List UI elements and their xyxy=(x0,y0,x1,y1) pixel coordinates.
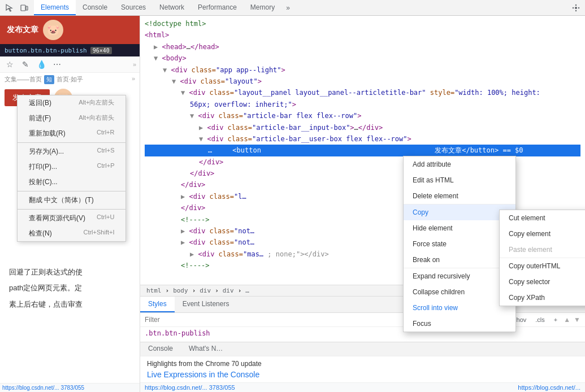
tree-line-div-panel-cont: 56px; overflow: inherit;"> xyxy=(145,99,580,110)
svg-point-6 xyxy=(578,7,579,8)
ctx-cast[interactable]: 投射(C)... xyxy=(18,175,125,190)
console-content: Highlights from the Chrome 70 update Liv… xyxy=(140,356,585,382)
copy-submenu: Cut element Copy element Paste element C… xyxy=(499,210,585,306)
svg-point-3 xyxy=(575,4,577,5)
ctx-saveas[interactable]: 另存为(A)... Ctrl+S xyxy=(18,144,125,159)
ctx-forward[interactable]: 前进(F) Alt+向右箭头 xyxy=(18,111,125,126)
submenu-paste: Paste element xyxy=(500,242,585,258)
element-size-badge: 96×40 xyxy=(90,47,112,54)
submenu-outerhtml[interactable]: Copy outerHTML xyxy=(500,258,585,274)
svg-point-4 xyxy=(575,10,577,11)
element-info-bar: button.btn.btn-publish 96×40 xyxy=(0,44,140,56)
ctx-viewsource[interactable]: 查看网页源代码(V) Ctrl+U xyxy=(18,211,125,226)
breadcrumb-html[interactable]: html xyxy=(145,286,163,295)
svg-point-5 xyxy=(573,7,574,8)
svg-rect-1 xyxy=(26,6,28,10)
submenu-copy-element[interactable]: Copy element xyxy=(500,226,585,242)
breadcrumb-div1[interactable]: div xyxy=(198,286,213,295)
more-arrow[interactable]: » xyxy=(132,75,135,84)
tab-event-listeners[interactable]: Event Listeners xyxy=(175,297,237,312)
tree-line-body[interactable]: ▼ <body> xyxy=(145,53,580,64)
tree-line-div-layout[interactable]: ▼ <div class="layout"> xyxy=(145,76,580,87)
console-tab-whatsnew[interactable]: What's N… xyxy=(181,342,231,356)
status-bar: https://blog.csdn.net/... 3783/055 https… xyxy=(140,382,585,392)
tree-line-button-selected[interactable]: … <button 发布文章</button> == $0 xyxy=(145,145,580,156)
console-tab-console[interactable]: Console xyxy=(140,342,181,356)
tab-styles[interactable]: Styles xyxy=(140,297,175,312)
more-icon[interactable]: ⋯ xyxy=(51,58,63,71)
settings-icon[interactable] xyxy=(567,3,585,12)
breadcrumb-more[interactable]: … xyxy=(244,286,251,295)
tab-performance[interactable]: Performance xyxy=(191,0,244,15)
highlights-text: Highlights from the Chrome 70 update xyxy=(147,360,578,368)
ctx-focus[interactable]: Focus xyxy=(404,316,515,332)
toolbar-more[interactable]: » xyxy=(133,61,136,68)
tab-memory[interactable]: Memory xyxy=(244,0,281,15)
tree-line-div-input-box[interactable]: ▶ <div class="article-bar__input-box">…<… xyxy=(145,122,580,133)
tab-more[interactable]: » xyxy=(281,0,294,15)
ctx-translate[interactable]: 翻成 中文（简体）(T) xyxy=(18,193,125,208)
cls-button[interactable]: .cls xyxy=(532,315,548,324)
tab-console[interactable]: Console xyxy=(76,0,114,15)
tree-line-div-panel[interactable]: ▼ <div class="layout__panel layout__pane… xyxy=(145,87,580,98)
bookmark-icon[interactable]: ☆ xyxy=(3,58,16,71)
live-expressions-text: Live Expressions in the Console xyxy=(147,370,578,379)
submenu-selector[interactable]: Copy selector xyxy=(500,274,585,290)
svg-point-2 xyxy=(575,7,577,9)
ctx-print[interactable]: 打印(P)... Ctrl+P xyxy=(18,159,125,175)
publish-area: 发布文章 🐷 xyxy=(0,16,140,44)
ctx-back[interactable]: 返回(B) Alt+向左箭头 xyxy=(18,95,125,111)
status-bar-left: https://blog.csdn.net/... 3783/055 xyxy=(0,383,140,392)
tree-line-html[interactable]: <html> xyxy=(145,29,580,41)
edit-icon[interactable]: ✎ xyxy=(19,58,32,71)
device-toolbar-icon[interactable] xyxy=(18,2,31,14)
tab-sources[interactable]: Sources xyxy=(114,0,153,15)
devtools-topbar: Elements Console Sources Network Perform… xyxy=(0,0,585,16)
platform-badges: 文集——首页 知 首页·如乎 » xyxy=(0,73,140,86)
ctx-edit-html[interactable]: Edit as HTML xyxy=(404,172,515,188)
page-text-content: 回避了正则表达式的使 path定位网页元素。定 素上后右键，点击审查 xyxy=(0,258,140,324)
filter-bar: :hov .cls + ▲ ▼ xyxy=(140,313,585,327)
scroll-down-icon[interactable]: ▼ xyxy=(574,316,580,324)
pig-avatar: 🐷 xyxy=(43,20,63,40)
ctx-reload[interactable]: 重新加载(R) Ctrl+R xyxy=(18,126,125,141)
ctx-add-attr[interactable]: Add attribute xyxy=(404,156,515,172)
tree-line-head[interactable]: ▶ <head>…</head> xyxy=(145,41,580,53)
tree-line-div-article-bar[interactable]: ▼ <div class="article-bar flex flex--row… xyxy=(145,110,580,121)
plus-button[interactable]: + xyxy=(551,315,560,324)
tree-line-div-user-box[interactable]: ▼ <div class="article-bar__user-box flex… xyxy=(145,133,580,145)
browser-context-menu: 返回(B) Alt+向左箭头 前进(F) Alt+向右箭头 重新加载(R) Ct… xyxy=(17,95,126,242)
status-right: https://blog.csdn.net/... xyxy=(518,384,580,391)
inspect-element-icon[interactable] xyxy=(3,2,16,14)
scroll-up-icon[interactable]: ▲ xyxy=(564,316,570,324)
tree-line-div-app[interactable]: ▼ <div class="app app--light"> xyxy=(145,64,580,76)
webpage-toolbar: ☆ ✎ 💧 ⋯ » xyxy=(0,56,140,73)
devtools-container: Elements Console Sources Network Perform… xyxy=(0,0,585,392)
highlight-icon[interactable]: 💧 xyxy=(35,58,47,71)
breadcrumb-body[interactable]: body xyxy=(171,286,190,295)
status-left: https://blog.csdn.net/... 3783/055 xyxy=(145,384,235,391)
tree-line-doctype: <!doctype html> xyxy=(145,18,580,29)
tab-elements[interactable]: Elements xyxy=(34,0,76,15)
btn-selector-display: .btn.btn-publish xyxy=(140,327,585,339)
ctx-delete-elem[interactable]: Delete element xyxy=(404,188,515,204)
publish-button[interactable]: 发布文章 xyxy=(7,25,38,35)
ctx-inspect[interactable]: 检查(N) Ctrl+Shift+I xyxy=(18,226,125,241)
tab-network[interactable]: Network xyxy=(153,0,191,15)
submenu-cut[interactable]: Cut element xyxy=(500,210,585,226)
svg-rect-0 xyxy=(21,5,25,11)
console-bottom-section: Console What's N… Highlights from the Ch… xyxy=(140,342,585,382)
element-selector: button.btn.btn-publish xyxy=(5,47,87,54)
breadcrumb-div2[interactable]: div xyxy=(221,286,236,295)
submenu-xpath[interactable]: Copy XPath xyxy=(500,290,585,306)
